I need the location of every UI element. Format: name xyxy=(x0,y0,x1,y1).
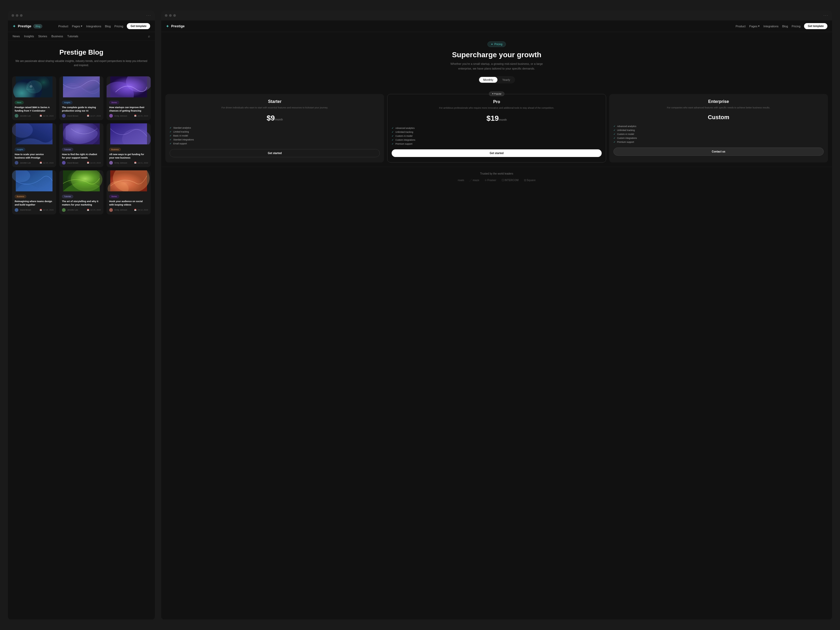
card-image xyxy=(12,123,56,144)
card-category: News xyxy=(15,101,24,104)
price-amount: $19 xyxy=(486,114,499,122)
check-icon: ✓ xyxy=(392,131,394,133)
author-name: Jennifer Lee xyxy=(20,162,31,164)
logo-text: Prestige xyxy=(18,24,31,28)
card-meta: David Brown 📅Jul 23, 2023 xyxy=(62,161,101,164)
pricing-get-template-button[interactable]: Get template xyxy=(804,23,827,29)
avatar xyxy=(109,114,113,118)
blog-card[interactable]: Tutorials The art of storytelling and wh… xyxy=(59,171,103,214)
yearly-toggle[interactable]: Yearly xyxy=(498,77,514,83)
card-category: Insights xyxy=(62,101,73,104)
blog-card[interactable]: Stories How startups can improve their c… xyxy=(107,76,151,120)
card-image xyxy=(59,171,103,191)
nav-integrations[interactable]: Integrations xyxy=(86,25,101,28)
plan-name: Pro xyxy=(392,99,602,104)
plan-features-list: ✓Advanced analytics✓Unlimited tracking✓C… xyxy=(613,125,824,143)
check-icon: ✓ xyxy=(170,142,172,145)
card-category: Tutorials xyxy=(62,195,73,198)
card-meta: David Brown 📅Jul 27, 2023 xyxy=(62,114,101,118)
subnav-tutorials[interactable]: Tutorials xyxy=(67,35,78,38)
pricing-logo-area: ✦ Prestige xyxy=(166,24,185,28)
dot-yellow-2 xyxy=(169,14,172,17)
blog-card[interactable]: Insights The complete guide to staying p… xyxy=(59,76,103,120)
blog-card[interactable]: Tutorials How to find the right AI chatb… xyxy=(59,123,103,167)
feature-text: Custom integrations xyxy=(617,137,637,139)
subnav-news[interactable]: News xyxy=(13,35,20,38)
blog-card[interactable]: Stories Hook your audience on social wit… xyxy=(107,171,151,214)
card-image xyxy=(12,76,56,97)
subnav-insights[interactable]: Insights xyxy=(24,35,34,38)
pricing-nav-pricing[interactable]: Pricing xyxy=(792,25,801,28)
blog-grid: News Prestige raised $6M in Series A fun… xyxy=(8,73,155,218)
pricing-titlebar: ··· xyxy=(161,11,832,21)
author-name: Emily Johnson xyxy=(114,115,127,117)
feature-item: ✓Custom AI model xyxy=(392,135,602,137)
pricing-plan-card: Starter For driven individuals who want … xyxy=(165,94,384,163)
pricing-badge-text: Pricing xyxy=(494,43,502,46)
plan-price-custom: Custom xyxy=(613,114,824,121)
subnav-stories[interactable]: Stories xyxy=(38,35,47,38)
blog-card[interactable]: Insights How to scale your service busin… xyxy=(12,123,56,167)
pricing-nav-pages[interactable]: Pages ▾ xyxy=(749,24,759,28)
feature-item: ✓Limited tracking xyxy=(170,131,380,133)
feature-text: Custom AI model xyxy=(617,133,634,136)
blog-card[interactable]: Business Reimagining where teams design … xyxy=(12,171,56,214)
card-body: Business Reimagining where teams design … xyxy=(12,191,56,214)
search-icon[interactable]: ⌕ xyxy=(148,34,150,38)
avatar xyxy=(15,208,18,212)
blog-subtitle: We are passionate about sharing valuable… xyxy=(13,59,150,68)
check-icon: ✓ xyxy=(613,129,616,131)
post-date: 📅Jul 18, 2023 xyxy=(39,209,54,211)
card-title: How startups can improve their chances o… xyxy=(109,106,148,112)
calendar-icon: 📅 xyxy=(134,209,136,211)
dot-red xyxy=(11,14,14,17)
nav-pages[interactable]: Pages ▾ xyxy=(72,24,82,28)
subnav-business[interactable]: Business xyxy=(51,35,63,38)
pricing-logo-text: Prestige xyxy=(171,24,185,28)
pricing-nav-product[interactable]: Product xyxy=(736,25,745,28)
pricing-badge: ✦ Pricing xyxy=(488,41,506,47)
feature-item: ✓Custom AI model xyxy=(613,133,824,136)
check-icon: ✓ xyxy=(170,134,172,137)
get-template-button[interactable]: Get template xyxy=(127,23,150,29)
card-category: Stories xyxy=(109,101,119,104)
check-icon: ✓ xyxy=(392,142,394,145)
card-category: Stories xyxy=(109,195,119,198)
pricing-nav-integrations[interactable]: Integrations xyxy=(763,25,778,28)
card-title: Prestige raised $6M in Series A funding … xyxy=(15,106,54,112)
plan-cta-button[interactable]: Contact us xyxy=(613,147,824,156)
card-body: News Prestige raised $6M in Series A fun… xyxy=(12,97,56,120)
plan-cta-button[interactable]: Get started xyxy=(170,149,380,157)
dot-red-2 xyxy=(165,14,167,17)
brand-intercom: ☐ INTERCOM xyxy=(502,179,519,182)
card-meta: Emily Johnson 📅Jul 26, 2023 xyxy=(109,114,148,118)
plan-name: Enterprise xyxy=(613,99,824,104)
card-body: Business All new ways to get funding for… xyxy=(107,144,151,167)
post-date: 📅Jul 25, 2023 xyxy=(39,162,54,164)
check-icon: ✓ xyxy=(613,137,616,139)
author-name: Jennifer Lee xyxy=(20,115,31,117)
nav-blog[interactable]: Blog xyxy=(105,25,111,28)
blog-card[interactable]: Business All new ways to get funding for… xyxy=(107,123,151,167)
trusted-section: Trusted by the world leaders roam ⋰ maze… xyxy=(161,167,832,187)
card-title: Reimagining where teams design and build… xyxy=(15,200,54,206)
card-category: Insights xyxy=(15,148,25,151)
blog-card[interactable]: News Prestige raised $6M in Series A fun… xyxy=(12,76,56,120)
card-category: Business xyxy=(15,195,26,198)
monthly-toggle[interactable]: Monthly xyxy=(479,77,498,83)
card-title: How to scale your service business with … xyxy=(15,153,54,159)
plan-price-container: $9/month xyxy=(170,114,380,122)
popular-badge: ✦ Popular xyxy=(489,92,505,96)
nav-pricing[interactable]: Pricing xyxy=(114,25,123,28)
blog-titlebar: ··· xyxy=(8,11,155,21)
card-meta: Jennifer Lee 📅Jul 15, 2023 xyxy=(62,208,101,212)
plan-cta-button[interactable]: Get started xyxy=(392,149,602,157)
price-period: /month xyxy=(499,118,507,121)
nav-product[interactable]: Product xyxy=(58,25,68,28)
pricing-nav-blog[interactable]: Blog xyxy=(782,25,788,28)
feature-item: ✓Standart analytics xyxy=(170,126,380,129)
nav-links: Product Pages ▾ Integrations Blog Pricin… xyxy=(58,23,150,29)
blog-sub-nav: News Insights Stories Business Tutorials… xyxy=(8,32,155,40)
plan-features-list: ✓Standart analytics✓Limited tracking✓Bas… xyxy=(170,126,380,145)
check-icon: ✓ xyxy=(613,141,616,143)
